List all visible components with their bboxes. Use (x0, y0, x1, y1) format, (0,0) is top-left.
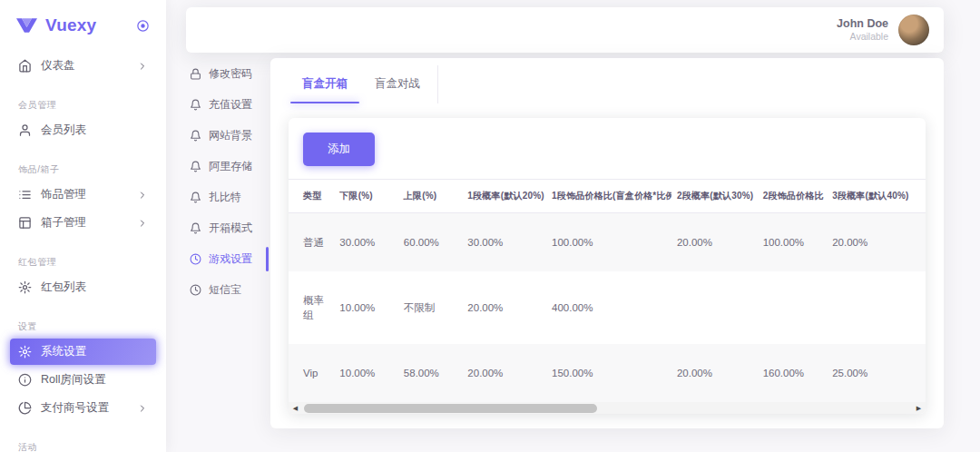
table-row[interactable]: 概率组 10.00% 不限制 20.00% 400.00% (289, 271, 926, 344)
bell-icon (190, 99, 201, 111)
cell-lower-limit: 10.00% (334, 344, 398, 402)
add-button[interactable]: 添加 (303, 133, 375, 166)
user-name: John Doe (837, 17, 888, 32)
sidebar-header: Vuexy (0, 0, 166, 47)
scrollbar-thumb[interactable] (304, 404, 597, 413)
cell-stage2-price-ratio: 100.00% (758, 213, 828, 272)
cell-type: 普通 (289, 213, 334, 272)
sidebar-item-roll-room-settings[interactable]: Roll房间设置 (10, 367, 156, 393)
cell-upper-limit: 58.00% (398, 344, 463, 402)
gear-icon (18, 280, 32, 294)
cell-stage1-prob: 20.00% (462, 271, 546, 344)
cell-stage2-prob: 20.00% (671, 344, 758, 402)
submenu-item-recharge-settings[interactable]: 充值设置 (190, 98, 270, 112)
sidebar-item-payment-merchant-settings[interactable]: 支付商号设置 (10, 395, 156, 421)
tab-blindbox-open[interactable]: 盲盒开箱 (289, 65, 361, 103)
submenu-item-label: 开箱模式 (209, 221, 252, 235)
cell-stage3-prob: 20.00% (827, 213, 926, 272)
sidebar-item-label: 会员列表 (41, 123, 86, 137)
sidebar-item-system-settings[interactable]: 系统设置 (10, 339, 156, 365)
sidebar-item-label: 红包列表 (41, 280, 86, 294)
col-header-upper-limit: 上限(%) (398, 180, 463, 213)
sidebar-item-member-list[interactable]: 会员列表 (10, 117, 156, 143)
cell-type: 概率组 (289, 271, 334, 344)
sidebar-section-items-boxes: 饰品/箱子 (10, 160, 156, 182)
submenu-item-sms-bao[interactable]: 短信宝 (190, 283, 270, 297)
cell-stage1-price-ratio: 400.00% (546, 271, 671, 344)
sidebar: Vuexy 仪表盘 会员管理 会员列表 饰品/箱子 (0, 0, 166, 452)
submenu-item-label: 充值设置 (209, 98, 252, 112)
cell-stage2-prob (671, 271, 758, 344)
scrollbar-track[interactable] (302, 402, 912, 414)
col-header-stage2-prob: 2段概率(默认30%) (671, 180, 758, 213)
sidebar-item-label: 仪表盘 (41, 59, 75, 73)
info-icon (18, 373, 32, 387)
sidebar-section-members: 会员管理 (10, 95, 156, 117)
table-header-row: 类型 下限(%) 上限(%) 1段概率(默认20%) 1段饰品价格比(盲盒价格*… (289, 180, 926, 213)
submenu-item-label: 修改密码 (209, 67, 252, 81)
sidebar-item-dashboard[interactable]: 仪表盘 (10, 53, 156, 79)
lock-icon (190, 68, 201, 80)
sidebar-section-settings: 设置 (10, 317, 156, 339)
chevron-right-icon (137, 218, 148, 229)
submenu-item-zabit[interactable]: 扎比特 (190, 191, 270, 204)
sidebar-item-items-manage[interactable]: 饰品管理 (10, 182, 156, 208)
cell-stage1-price-ratio: 100.00% (546, 213, 671, 272)
table-row[interactable]: 普通 30.00% 60.00% 30.00% 100.00% 20.00% 1… (289, 213, 926, 272)
submenu-item-label: 短信宝 (209, 283, 241, 297)
scroll-left-arrow-icon[interactable]: ◀ (289, 402, 302, 414)
cell-stage1-prob: 20.00% (462, 344, 546, 402)
game-settings-table: 类型 下限(%) 上限(%) 1段概率(默认20%) 1段饰品价格比(盲盒价格*… (289, 179, 926, 402)
submenu-item-change-password[interactable]: 修改密码 (190, 67, 270, 81)
sidebar-section-activity: 活动 (10, 437, 156, 452)
settings-submenu: 修改密码 充值设置 网站背景 阿里存储 (166, 53, 270, 314)
user-meta: John Doe Available (837, 17, 888, 44)
cell-type: Vip (289, 344, 334, 402)
table-row[interactable]: Vip 10.00% 58.00% 20.00% 150.00% 20.00% … (289, 344, 926, 402)
scroll-right-arrow-icon[interactable]: ▶ (912, 402, 926, 414)
chevron-right-icon (137, 61, 148, 72)
bell-icon (190, 222, 201, 234)
user-icon (18, 123, 32, 137)
menu-pin-icon[interactable] (136, 19, 150, 33)
sidebar-section-redpacket: 红包管理 (10, 252, 156, 274)
layout-icon (18, 216, 32, 230)
cell-lower-limit: 30.00% (334, 213, 398, 272)
col-header-type: 类型 (289, 180, 334, 213)
submenu-item-label: 网站背景 (209, 129, 252, 142)
submenu-item-ali-storage[interactable]: 阿里存储 (190, 160, 270, 173)
horizontal-scrollbar: ◀ ▶ (289, 402, 926, 414)
cell-stage2-price-ratio (758, 271, 828, 344)
sidebar-item-label: Roll房间设置 (41, 373, 106, 387)
col-header-lower-limit: 下限(%) (334, 180, 398, 213)
cell-lower-limit: 10.00% (334, 271, 398, 344)
brand-logo[interactable]: Vuexy (16, 15, 96, 35)
sidebar-item-redpacket-list[interactable]: 红包列表 (10, 274, 156, 300)
tab-blindbox-battle[interactable]: 盲盒对战 (361, 65, 434, 103)
avatar[interactable] (898, 15, 929, 45)
settings-table-panel: 添加 类型 下限(%) 上限(%) 1段概率(默认20%) 1段饰品价格比(盲盒… (289, 118, 926, 414)
vuexy-logo-icon (16, 18, 37, 33)
user-status: Available (837, 31, 888, 43)
col-header-stage1-price-ratio: 1段饰品价格比(盲盒价格*比例) (546, 180, 671, 213)
cell-stage3-prob (827, 271, 926, 344)
clock-icon (190, 253, 201, 265)
chevron-right-icon (137, 190, 148, 201)
list-icon (18, 188, 32, 201)
sidebar-item-label: 箱子管理 (41, 216, 86, 230)
submenu-item-game-settings[interactable]: 游戏设置 (190, 252, 270, 266)
cell-stage1-price-ratio: 150.00% (546, 344, 671, 402)
bell-icon (190, 192, 201, 203)
chevron-right-icon (137, 403, 148, 414)
brand-name: Vuexy (45, 15, 96, 35)
col-header-stage3-prob: 3段概率(默认40%) (827, 180, 926, 213)
cell-upper-limit: 60.00% (398, 213, 463, 272)
submenu-item-open-box-mode[interactable]: 开箱模式 (190, 221, 270, 235)
sidebar-item-boxes-manage[interactable]: 箱子管理 (10, 210, 156, 236)
gear-icon (18, 345, 32, 359)
cell-stage2-price-ratio: 160.00% (758, 344, 828, 402)
cell-stage2-prob: 20.00% (671, 213, 758, 272)
submenu-item-site-background[interactable]: 网站背景 (190, 129, 270, 142)
main-card: 盲盒开箱 盲盒对战 添加 类型 下限(%) 上限(%) 1段概 (270, 58, 944, 428)
bell-icon (190, 130, 201, 142)
